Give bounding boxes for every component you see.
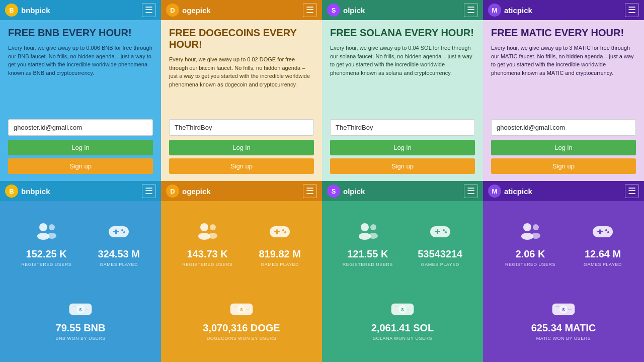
svg-rect-32: [430, 226, 450, 237]
svg-point-45: [531, 233, 540, 239]
svg-text:$: $: [562, 307, 565, 312]
card-bnb-bot: B bnbpick ☰ 152.25 K REGISTERED USERS: [0, 181, 161, 362]
sol-won-value: 2,061.41 SOL: [371, 322, 434, 334]
matic-bot-logo-circle: M: [488, 185, 501, 198]
bnb-logo-text: bnbpick: [21, 6, 50, 15]
matic-games-label: GAMES PLAYED: [584, 262, 622, 267]
bnb-top-menu-icon[interactable]: ☰: [142, 3, 156, 17]
card-sol-bot: S olpick ☰ 121.55 K REGISTERED USERS: [322, 181, 483, 362]
doge-won-label: DOGECOINS WON BY USERS: [207, 336, 276, 341]
svg-rect-54: [555, 306, 559, 307]
bnb-won-value: 79.55 BNB: [56, 322, 106, 334]
doge-users-value: 143.73 K: [187, 248, 228, 260]
doge-bot-logo-circle: D: [166, 185, 179, 198]
svg-rect-26: [233, 306, 237, 307]
doge-users-icon: [195, 222, 219, 244]
matic-users-value: 2.06 K: [516, 248, 545, 260]
card-matic-bot-header: M aticpick ☰: [483, 181, 644, 201]
svg-point-44: [533, 224, 539, 230]
bnb-stats-row: 152.25 K REGISTERED USERS 324.53 M GAMES…: [8, 222, 153, 267]
bnb-bot-content: 152.25 K REGISTERED USERS 324.53 M GAMES…: [0, 201, 161, 362]
sol-top-login-button[interactable]: Log in: [330, 140, 475, 155]
matic-top-desc: Every hour, we give away up to 3 MATIC f…: [491, 44, 636, 112]
doge-top-login-button[interactable]: Log in: [169, 140, 314, 155]
doge-games-value: 819.82 M: [259, 248, 300, 260]
sol-users-label: REGISTERED USERS: [343, 262, 393, 267]
bnb-top-signup-button[interactable]: Sign up: [8, 158, 153, 174]
doge-top-input[interactable]: [169, 119, 314, 136]
matic-users-stat: 2.06 K REGISTERED USERS: [505, 222, 555, 267]
sol-top-desc: Every hour, we give away up to 0.04 SOL …: [330, 44, 475, 112]
bnb-users-stat: 152.25 K REGISTERED USERS: [21, 222, 71, 267]
matic-top-menu-icon[interactable]: ☰: [625, 3, 639, 17]
sol-bot-menu-icon[interactable]: ☰: [464, 184, 478, 198]
sol-users-value: 121.55 K: [347, 248, 388, 260]
svg-point-36: [445, 231, 447, 233]
matic-top-content: FREE MATIC EVERY HOUR! Every hour, we gi…: [483, 20, 644, 181]
bnb-logo-area: B bnbpick: [5, 4, 50, 17]
sol-won-icon: $: [389, 299, 416, 320]
svg-rect-34: [435, 231, 440, 232]
svg-point-49: [605, 229, 607, 231]
card-sol-top: S olpick ☰ FREE SOLANA EVERY HOUR! Every…: [322, 0, 483, 181]
doge-bot-logo-area: D ogepick: [166, 185, 211, 198]
sol-top-input[interactable]: [330, 119, 475, 136]
svg-rect-48: [597, 231, 603, 232]
matic-users-label: REGISTERED USERS: [505, 262, 555, 267]
bnb-logo-circle: B: [5, 4, 18, 17]
bnb-users-label: REGISTERED USERS: [21, 262, 71, 267]
doge-top-title: FREE DOGECOINS EVERY HOUR!: [169, 27, 314, 50]
doge-games-icon: [268, 222, 292, 244]
card-matic-top-header: M aticpick ☰: [483, 0, 644, 20]
sol-bot-content: 121.55 K REGISTERED USERS 53543214 GAMES…: [322, 201, 483, 362]
doge-won-value: 3,070,316 DOGE: [203, 322, 280, 334]
svg-rect-18: [270, 226, 290, 237]
bnb-users-value: 152.25 K: [26, 248, 67, 260]
doge-top-content: FREE DOGECOINS EVERY HOUR! Every hour, w…: [161, 20, 322, 181]
sol-won-label: SOLANA WON BY USERS: [373, 336, 432, 341]
matic-won-section: $ 625.34 MATIC MATIC WON BY USERS: [491, 299, 636, 341]
bnb-games-value: 324.53 M: [98, 248, 139, 260]
bnb-top-desc: Every hour, we give away up to 0.006 BNB…: [8, 44, 153, 112]
matic-bot-logo-text: aticpick: [504, 187, 532, 196]
svg-point-14: [200, 223, 208, 231]
svg-point-22: [284, 231, 286, 233]
sol-top-signup-button[interactable]: Sign up: [330, 158, 475, 174]
sol-top-title: FREE SOLANA EVERY HOUR!: [330, 27, 475, 39]
bnb-top-input[interactable]: [8, 119, 153, 136]
sol-games-stat: 53543214 GAMES PLAYED: [418, 222, 462, 267]
matic-bot-logo-area: M aticpick: [488, 185, 532, 198]
doge-top-signup-button[interactable]: Sign up: [169, 158, 314, 174]
bnb-bot-menu-icon[interactable]: ☰: [142, 184, 156, 198]
svg-rect-41: [407, 309, 411, 310]
sol-won-section: $ 2,061.41 SOL SOLANA WON BY USERS: [330, 299, 475, 341]
sol-stats-row: 121.55 K REGISTERED USERS 53543214 GAMES…: [330, 222, 475, 267]
svg-point-31: [369, 233, 378, 239]
doge-bot-menu-icon[interactable]: ☰: [303, 184, 317, 198]
svg-point-35: [443, 229, 445, 231]
svg-point-42: [523, 223, 531, 231]
doge-top-menu-icon[interactable]: ☰: [303, 3, 317, 17]
matic-top-login-button[interactable]: Log in: [491, 140, 636, 155]
bnb-won-section: $ 79.55 BNB BNB WON BY USERS: [8, 299, 153, 341]
sol-games-icon: [428, 222, 452, 244]
doge-logo-area: D ogepick: [166, 4, 211, 17]
svg-rect-46: [593, 226, 613, 237]
bnb-games-stat: 324.53 M GAMES PLAYED: [98, 222, 139, 267]
bnb-won-label: BNB WON BY USERS: [56, 336, 106, 341]
svg-rect-40: [394, 306, 398, 307]
matic-logo-text: aticpick: [504, 6, 532, 15]
sol-bot-logo-area: S olpick: [327, 185, 365, 198]
doge-games-stat: 819.82 M GAMES PLAYED: [259, 222, 300, 267]
bnb-top-login-button[interactable]: Log in: [8, 140, 153, 155]
matic-bot-menu-icon[interactable]: ☰: [625, 184, 639, 198]
sol-games-label: GAMES PLAYED: [421, 262, 459, 267]
bnb-top-content: FREE BNB EVERY HOUR! Every hour, we give…: [0, 20, 161, 181]
sol-top-menu-icon[interactable]: ☰: [464, 3, 478, 17]
matic-top-input[interactable]: [491, 119, 636, 136]
matic-users-icon: [518, 222, 542, 244]
doge-bot-logo-text: ogepick: [182, 187, 211, 196]
svg-point-50: [607, 231, 609, 233]
matic-top-signup-button[interactable]: Sign up: [491, 158, 636, 174]
svg-point-3: [47, 233, 56, 239]
